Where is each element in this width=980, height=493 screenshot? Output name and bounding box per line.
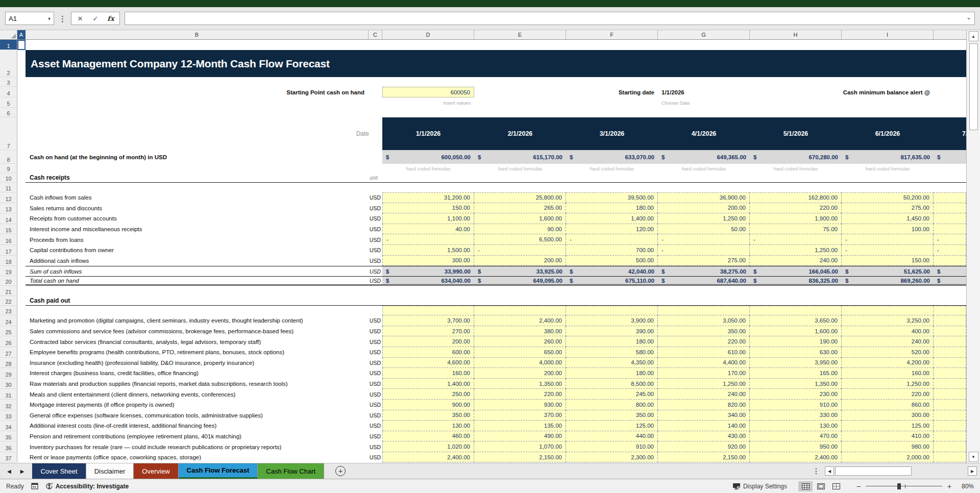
- cell-I13[interactable]: 275.00: [842, 203, 934, 214]
- cell-J34[interactable]: [934, 421, 966, 431]
- cell-D13[interactable]: 150.00: [382, 203, 474, 214]
- cell-D14[interactable]: 1,100.00: [382, 213, 474, 224]
- cell-C16[interactable]: USD: [369, 234, 382, 245]
- cell-A1[interactable]: [17, 40, 26, 50]
- cell-D19[interactable]: $33,990.00: [382, 266, 474, 276]
- cell-G24[interactable]: 3,050.00: [658, 315, 750, 326]
- zoom-out-button[interactable]: −: [855, 482, 862, 490]
- cell-A16[interactable]: [17, 234, 26, 245]
- cell-J16[interactable]: -: [934, 234, 966, 245]
- cell-A4[interactable]: [17, 87, 26, 97]
- cell-I18[interactable]: 150.00: [842, 256, 934, 266]
- cell-G18[interactable]: 275.00: [658, 256, 750, 266]
- row-header-16[interactable]: 16: [0, 234, 17, 245]
- cell-I36[interactable]: 980.00: [842, 441, 934, 452]
- tab-overview[interactable]: Overview: [134, 463, 178, 479]
- cell-H26[interactable]: 190.00: [750, 336, 842, 347]
- cell-C36[interactable]: USD: [369, 441, 382, 452]
- cell-E16[interactable]: 6,500.00: [474, 234, 566, 245]
- cell-E8[interactable]: $615,170.00: [474, 150, 566, 164]
- cell-J17[interactable]: -: [934, 245, 966, 256]
- row-header-7[interactable]: 7: [0, 117, 17, 150]
- cell-H32[interactable]: 910.00: [750, 400, 842, 410]
- cell-J8[interactable]: $: [934, 150, 966, 164]
- cell-B28[interactable]: Insurance (excluding health) (profession…: [26, 358, 369, 368]
- cell-E20[interactable]: $649,095.00: [474, 277, 566, 284]
- formula-bar-expand-icon[interactable]: ⌄: [966, 14, 971, 21]
- cell-B13[interactable]: Sales returns and discounts: [26, 203, 369, 214]
- cell-F35[interactable]: 440.00: [566, 431, 658, 442]
- row-header-15[interactable]: 15: [0, 224, 17, 235]
- column-header-D[interactable]: D: [382, 30, 474, 39]
- cell-E26[interactable]: 260.00: [474, 336, 566, 347]
- scroll-up-icon[interactable]: ▲: [969, 31, 978, 41]
- cell-F16[interactable]: -: [566, 234, 658, 245]
- row-header-33[interactable]: 33: [0, 410, 17, 421]
- cell-J18[interactable]: [934, 256, 966, 266]
- cell-C37[interactable]: USD: [369, 452, 382, 463]
- cell-H23[interactable]: [750, 306, 842, 315]
- cell-G35[interactable]: 430.00: [658, 431, 750, 442]
- cell-J27[interactable]: [934, 347, 966, 358]
- cell-A11[interactable]: [17, 183, 26, 192]
- cell-A35[interactable]: [17, 431, 26, 442]
- cell-C12[interactable]: USD: [369, 192, 382, 203]
- row-header-1[interactable]: 1: [0, 40, 17, 50]
- cell-B16[interactable]: Proceeds from loans: [26, 234, 369, 245]
- cell-A17[interactable]: [17, 245, 26, 256]
- cell-C25[interactable]: USD: [369, 326, 382, 337]
- cell-G9[interactable]: hard coded formulas: [658, 164, 750, 173]
- cell-F28[interactable]: 4,350.00: [566, 358, 658, 368]
- row-header-32[interactable]: 32: [0, 400, 17, 410]
- cell-A19[interactable]: [17, 266, 26, 276]
- cell-I33[interactable]: 300.00: [842, 410, 934, 421]
- cell-D12[interactable]: 31,200.00: [382, 192, 474, 203]
- cell-F32[interactable]: 800.00: [566, 400, 658, 410]
- cell-F20[interactable]: $675,110.00: [566, 277, 658, 284]
- cell-F18[interactable]: 500.00: [566, 256, 658, 266]
- tab-cash-flow-chart[interactable]: Cash Flow Chart: [258, 463, 324, 479]
- cell-C23[interactable]: [369, 306, 382, 315]
- cell-E12[interactable]: 25,800.00: [474, 192, 566, 203]
- cell-F19[interactable]: $42,040.00: [566, 266, 658, 276]
- cell-J29[interactable]: [934, 368, 966, 379]
- cell-F24[interactable]: 3,900.00: [566, 315, 658, 326]
- cell-I35[interactable]: 410.00: [842, 431, 934, 442]
- cell-J7-date-clipped[interactable]: 7/1/2026: [934, 117, 966, 150]
- cell-F34[interactable]: 125.00: [566, 421, 658, 431]
- cell-A22[interactable]: [17, 296, 26, 306]
- cell-D26[interactable]: 200.00: [382, 336, 474, 347]
- cell-G4-starting-date[interactable]: 1/1/2026: [658, 87, 750, 97]
- cell-E24[interactable]: 2,400.00: [474, 315, 566, 326]
- cell-I14[interactable]: 1,450.00: [842, 213, 934, 224]
- scroll-right-icon[interactable]: ▶: [968, 466, 977, 476]
- cell-E27[interactable]: 650.00: [474, 347, 566, 358]
- cell-I9[interactable]: hard coded formulas: [842, 164, 934, 173]
- cell-I37[interactable]: 2,000.00: [842, 452, 934, 463]
- cell-D29[interactable]: 160.00: [382, 368, 474, 379]
- cell-H24[interactable]: 3,650.00: [750, 315, 842, 326]
- cell-G26[interactable]: 220.00: [658, 336, 750, 347]
- cell-E19[interactable]: $33,925.00: [474, 266, 566, 276]
- cell-B4[interactable]: Starting Point cash on hand: [26, 87, 369, 97]
- cell-C15[interactable]: USD: [369, 224, 382, 235]
- cell-D28[interactable]: 4,600.00: [382, 358, 474, 368]
- cell-G33[interactable]: 340.00: [658, 410, 750, 421]
- cell-D34[interactable]: 130.00: [382, 421, 474, 431]
- cell-H27[interactable]: 630.00: [750, 347, 842, 358]
- cell-J15[interactable]: [934, 224, 966, 235]
- cell-G20[interactable]: $687,640.00: [658, 277, 750, 284]
- cell-C18[interactable]: USD: [369, 256, 382, 266]
- cell-E15[interactable]: 90.00: [474, 224, 566, 235]
- tab-cash-flow-forecast[interactable]: Cash Flow Forecast: [179, 463, 258, 479]
- cell-B26[interactable]: Contracted labor services (financial con…: [26, 336, 369, 347]
- row-header-17[interactable]: 17: [0, 245, 17, 256]
- cell-A2[interactable]: [17, 50, 26, 77]
- cell-A34[interactable]: [17, 421, 26, 431]
- row-header-28[interactable]: 28: [0, 358, 17, 368]
- cell-D37[interactable]: 2,400.00: [382, 452, 474, 463]
- cell-F12[interactable]: 39,500.00: [566, 192, 658, 203]
- cell-C28[interactable]: USD: [369, 358, 382, 368]
- cell-D16[interactable]: -: [382, 234, 474, 245]
- cell-J9[interactable]: [934, 164, 966, 173]
